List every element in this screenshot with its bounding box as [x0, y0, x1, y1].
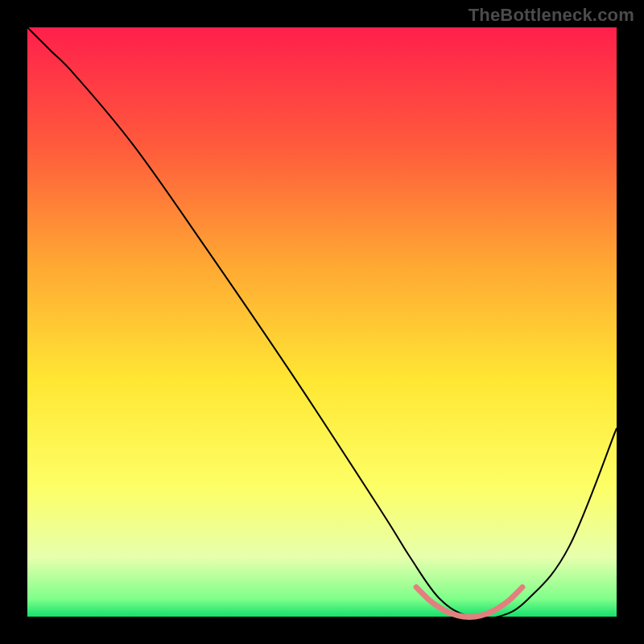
watermark-text: TheBottleneck.com	[469, 5, 634, 26]
chart-frame: TheBottleneck.com	[0, 0, 644, 644]
plot-background	[27, 27, 617, 617]
bottleneck-chart	[0, 0, 644, 644]
